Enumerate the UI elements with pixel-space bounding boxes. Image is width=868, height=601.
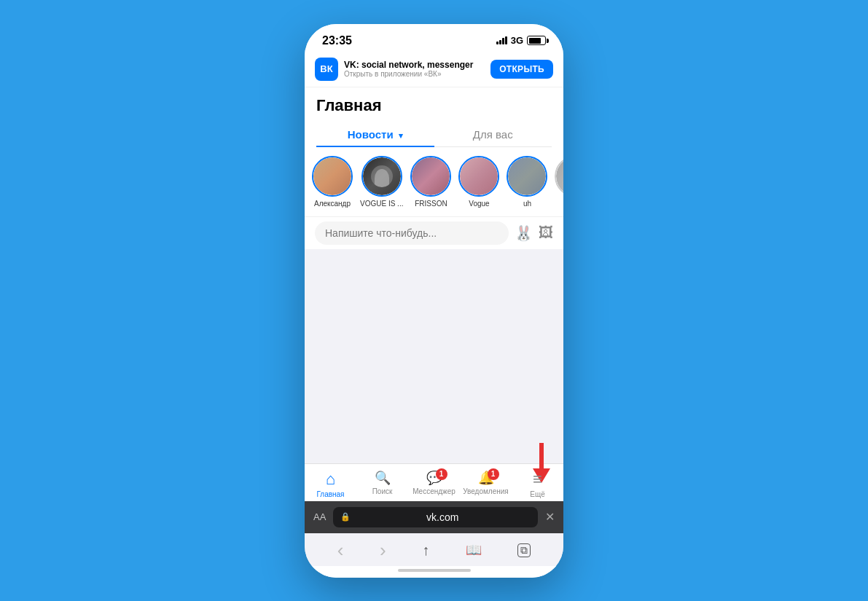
home-indicator (305, 566, 563, 578)
page-title: Главная (316, 96, 552, 115)
avatar-image-4 (460, 157, 498, 195)
more-icon: ≡ (533, 470, 542, 489)
browser-url-text: vk.com (354, 511, 531, 523)
browser-close-button[interactable]: ✕ (545, 510, 555, 524)
vk-app-icon: ВК (315, 58, 338, 81)
app-banner: ВК VK: social network, messenger Открыть… (305, 52, 563, 87)
signal-bar-3 (502, 38, 504, 44)
banner-app-title: VK: social network, messenger (344, 60, 490, 70)
story-label-2: VOGUE IS ... (360, 200, 403, 208)
browser-forward-button[interactable]: › (380, 539, 386, 562)
tab-foryou[interactable]: Для вас (434, 122, 552, 146)
messenger-badge: 1 (436, 468, 447, 480)
signal-bar-4 (505, 36, 507, 44)
phone-frame: 23:35 3G ВК VK: social network, messenge… (305, 24, 563, 578)
browser-share-button[interactable]: ↑ (422, 542, 429, 559)
battery-fill (529, 38, 541, 44)
arrow-shaft (539, 443, 544, 468)
nav-label-home: Главная (316, 490, 344, 498)
story-avatar-2 (361, 156, 402, 197)
avatar-image-6 (556, 157, 563, 195)
avatar-image-2 (363, 157, 401, 195)
chevron-down-icon: ▾ (399, 131, 403, 140)
story-label-3: FRISSON (415, 200, 447, 208)
tab-news[interactable]: Новости ▾ (316, 122, 434, 146)
nav-item-messenger[interactable]: 💬 1 Мессенджер (408, 470, 460, 498)
story-avatar-6 (555, 156, 563, 197)
story-item-1[interactable]: Александр (312, 156, 353, 208)
home-icon: ⌂ (326, 470, 335, 489)
open-app-button[interactable]: ОТКРЫТЬ (490, 60, 553, 79)
story-item-3[interactable]: FRISSON (410, 156, 451, 208)
story-avatar-4 (458, 156, 499, 197)
nav-item-notifications[interactable]: 🔔 1 Уведомления (460, 470, 512, 498)
status-time: 23:35 (322, 34, 352, 47)
nav-item-home[interactable]: ⌂ Главная (305, 470, 356, 498)
emoji-icon[interactable]: 🐰 (515, 224, 533, 242)
nav-item-more[interactable]: ≡ Ещё (512, 470, 563, 498)
avatar-image-1 (313, 157, 351, 195)
browser-tabs-button[interactable]: ⧉ (517, 543, 531, 557)
browser-aa-label[interactable]: AA (313, 511, 326, 522)
nav-label-notifications: Уведомления (463, 487, 509, 495)
story-avatar-1 (312, 156, 353, 197)
story-item-6[interactable]: co (555, 156, 563, 208)
nav-item-search[interactable]: 🔍 Поиск (356, 470, 408, 498)
browser-url-container[interactable]: 🔒 vk.com (333, 507, 538, 527)
story-label-4: Vogue (469, 200, 489, 208)
search-icon: 🔍 (375, 470, 391, 486)
signal-bar-2 (499, 40, 501, 44)
stories-row: Александр VOGUE IS ... FRISSON (305, 147, 563, 216)
story-item-2[interactable]: VOGUE IS ... (360, 156, 403, 208)
network-type: 3G (511, 35, 523, 46)
bottom-nav: ⌂ Главная 🔍 Поиск 💬 1 Мессенджер 🔔 1 Уве… (305, 463, 563, 501)
post-composer: 🐰 🖼 (305, 216, 563, 249)
story-avatar-3 (410, 156, 451, 197)
nav-label-messenger: Мессенджер (413, 487, 455, 495)
lock-icon: 🔒 (340, 512, 351, 522)
browser-bar: AA 🔒 vk.com ✕ (305, 501, 563, 533)
status-icons: 3G (496, 35, 546, 46)
composer-icons: 🐰 🖼 (515, 224, 553, 242)
nav-label-search: Поиск (372, 487, 393, 495)
story-avatar-5 (507, 156, 547, 197)
feed-area (305, 249, 563, 463)
avatar-image-3 (412, 157, 450, 195)
composer-input[interactable] (315, 221, 509, 245)
status-bar: 23:35 3G (305, 24, 563, 52)
browser-bookmarks-button[interactable]: 📖 (466, 542, 482, 558)
story-item-5[interactable]: uh (507, 156, 547, 208)
browser-nav: ‹ › ↑ 📖 ⧉ (305, 533, 563, 566)
home-bar (398, 569, 471, 572)
notifications-badge: 1 (488, 468, 499, 480)
story-label-5: uh (523, 200, 531, 208)
nav-label-more: Ещё (530, 490, 544, 498)
story-item-4[interactable]: Vogue (458, 156, 499, 208)
browser-back-button[interactable]: ‹ (337, 539, 344, 562)
avatar-image-5 (508, 157, 546, 195)
vk-icon-label: ВК (320, 63, 332, 74)
tabs: Новости ▾ Для вас (316, 122, 552, 147)
banner-app-subtitle: Открыть в приложении «ВК» (344, 70, 490, 78)
image-icon[interactable]: 🖼 (539, 224, 553, 242)
banner-text: VK: social network, messenger Открыть в … (344, 60, 490, 78)
app-content: Главная Новости ▾ Для вас Александр (305, 87, 563, 463)
battery-icon (527, 36, 546, 45)
signal-bar-1 (496, 42, 498, 44)
story-label-1: Александр (314, 200, 351, 208)
signal-bars-icon (496, 36, 507, 44)
app-header: Главная Новости ▾ Для вас (305, 87, 563, 147)
